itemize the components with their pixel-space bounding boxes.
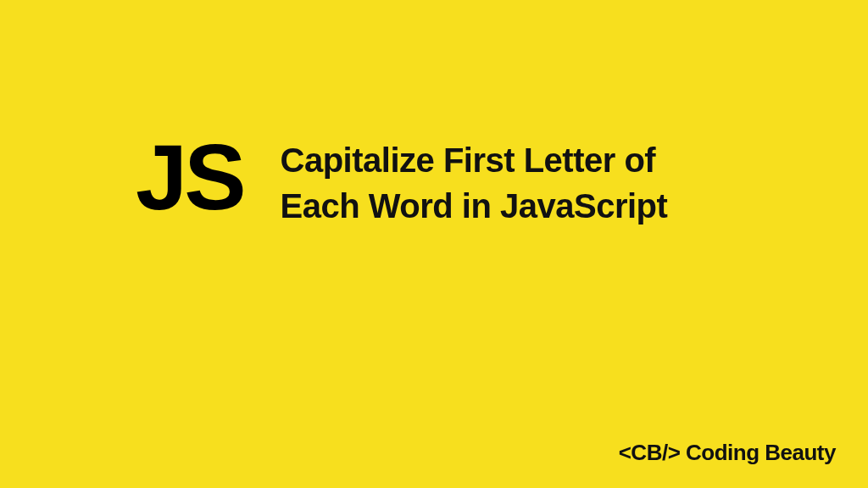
brand-footer: <CB/> Coding Beauty <box>619 440 836 466</box>
article-title: Capitalize First Letter of Each Word in … <box>281 137 704 229</box>
main-content: JS Capitalize First Letter of Each Word … <box>136 137 704 229</box>
js-badge: JS <box>136 130 243 224</box>
